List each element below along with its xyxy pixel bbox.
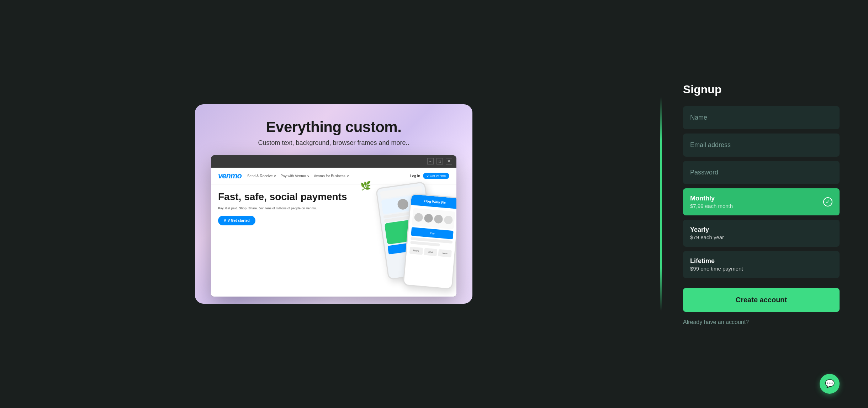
password-input[interactable] bbox=[683, 161, 840, 184]
signup-title: Signup bbox=[683, 83, 840, 96]
browser-content: venmo Send & Receive ∨ Pay with Venmo ∨ … bbox=[211, 168, 456, 297]
plan-lifetime-price: $99 one time payment bbox=[690, 266, 832, 272]
plan-yearly-price: $79 each year bbox=[690, 234, 832, 240]
maximize-btn[interactable]: □ bbox=[436, 158, 443, 164]
plan-monthly[interactable]: Monthly $7,99 each month ✓ bbox=[683, 188, 840, 215]
preview-subtitle: Custom text, background, browser frames … bbox=[258, 139, 409, 147]
chat-button[interactable]: 💬 bbox=[820, 374, 840, 394]
main-container: Everything custom. Custom text, backgrou… bbox=[0, 0, 868, 408]
browser-mockup: − □ ✕ venmo Send & Receive ∨ Pay with Ve… bbox=[211, 155, 456, 297]
browser-toolbar: − □ ✕ bbox=[211, 155, 456, 168]
venmo-hero: Fast, safe, social payments Pay. Get pai… bbox=[211, 184, 456, 232]
venmo-nav-right: Log In VGet Venmo bbox=[410, 173, 449, 179]
name-input[interactable] bbox=[683, 106, 840, 129]
plan-monthly-name: Monthly bbox=[690, 195, 832, 202]
plan-lifetime[interactable]: Lifetime $99 one time payment bbox=[683, 251, 840, 278]
phone-mockup-2: Dog Walk Rx Pay bbox=[403, 193, 456, 289]
email-input[interactable] bbox=[683, 134, 840, 157]
venmo-logo: venmo bbox=[218, 171, 242, 181]
minimize-btn[interactable]: − bbox=[427, 158, 434, 164]
preview-card: Everything custom. Custom text, backgrou… bbox=[195, 104, 472, 304]
plan-yearly[interactable]: Yearly $79 each year bbox=[683, 220, 840, 247]
preview-panel: Everything custom. Custom text, backgrou… bbox=[28, 104, 639, 304]
venmo-nav-links: Send & Receive ∨ Pay with Venmo ∨ Venmo … bbox=[247, 174, 404, 178]
venmo-phones: 🌿 ✦ bbox=[346, 181, 453, 295]
plan-yearly-name: Yearly bbox=[690, 226, 832, 234]
plan-lifetime-name: Lifetime bbox=[690, 257, 832, 265]
get-venmo-btn[interactable]: VGet Venmo bbox=[423, 173, 449, 179]
signup-panel: Signup Monthly $7,99 each month ✓ Yearly… bbox=[683, 76, 840, 333]
log-in-link[interactable]: Log In bbox=[410, 174, 420, 178]
nav-link-business: Venmo for Business ∨ bbox=[314, 174, 349, 178]
plan-monthly-price: $7,99 each month bbox=[690, 203, 832, 209]
vertical-divider bbox=[660, 97, 662, 311]
create-account-button[interactable]: Create account bbox=[683, 288, 840, 312]
chat-icon: 💬 bbox=[825, 379, 835, 388]
preview-title: Everything custom. bbox=[266, 119, 402, 136]
deco-leaf-icon: 🌿 bbox=[360, 181, 371, 191]
nav-link-send: Send & Receive ∨ bbox=[247, 174, 276, 178]
close-btn[interactable]: ✕ bbox=[446, 158, 452, 164]
nav-link-pay: Pay with Venmo ∨ bbox=[280, 174, 309, 178]
already-account-text: Already have an account? bbox=[683, 319, 840, 325]
venmo-cta-btn[interactable]: V V Get started bbox=[218, 216, 255, 225]
plan-monthly-check-icon: ✓ bbox=[823, 197, 832, 206]
